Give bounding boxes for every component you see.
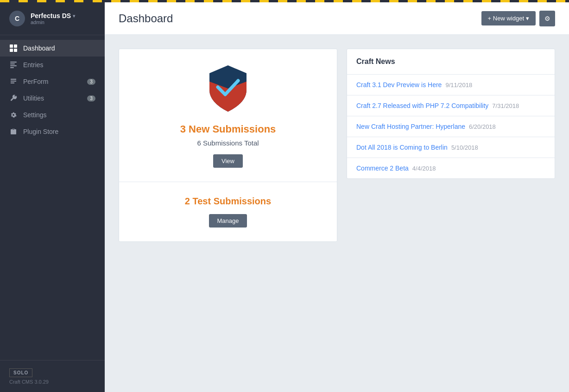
svg-rect-6: [10, 65, 17, 66]
news-date: 7/31/2018: [492, 102, 519, 109]
news-item: Dot All 2018 is Coming to Berlin5/10/201…: [347, 137, 555, 158]
header-actions: + New widget ▾ ⚙: [481, 11, 555, 26]
utilities-badge: 3: [87, 95, 95, 101]
utilities-icon: [9, 94, 18, 102]
svg-rect-4: [10, 62, 17, 63]
settings-gear-button[interactable]: ⚙: [539, 11, 555, 26]
sidebar-footer: SOLO Craft CMS 3.0.29: [0, 360, 105, 392]
news-link[interactable]: Craft 3.1 Dev Preview is Here: [356, 81, 442, 89]
news-title: Craft News: [356, 57, 545, 66]
sidebar-item-label: Dashboard: [23, 44, 55, 52]
solo-badge: SOLO: [9, 368, 32, 377]
new-submissions-count: 3 New Submissions: [180, 123, 276, 135]
shield-logo: [205, 63, 251, 114]
craft-news-widget: Craft News Craft 3.1 Dev Preview is Here…: [347, 49, 555, 179]
svg-rect-5: [10, 63, 15, 64]
chevron-down-icon: ▾: [73, 13, 75, 19]
news-item: New Craft Hosting Partner: Hyperlane6/20…: [347, 116, 555, 137]
cms-version: Craft CMS 3.0.29: [9, 379, 95, 385]
news-date: 4/4/2018: [412, 165, 436, 172]
manage-button[interactable]: Manage: [209, 214, 247, 228]
site-name: Perfectus DS ▾: [31, 12, 75, 19]
chevron-down-icon: ▾: [526, 15, 529, 22]
news-date: 6/20/2018: [469, 123, 496, 130]
svg-rect-2: [10, 49, 13, 52]
news-date: 5/10/2018: [451, 144, 478, 151]
news-link[interactable]: Commerce 2 Beta: [356, 164, 409, 172]
sidebar-item-dashboard[interactable]: Dashboard: [0, 40, 105, 57]
news-header: Craft News: [347, 49, 555, 75]
main-body: 3 New Submissions 6 Submissions Total Vi…: [105, 35, 569, 392]
site-role: admin: [31, 19, 75, 25]
sidebar-item-label: PerForm: [23, 78, 48, 85]
sidebar-item-settings[interactable]: Settings: [0, 107, 105, 123]
plugin-icon: [9, 127, 18, 136]
svg-rect-7: [10, 67, 14, 68]
sidebar-item-utilities[interactable]: Utilities 3: [0, 90, 105, 107]
entries-icon: [9, 61, 18, 69]
new-submissions-section: 3 New Submissions 6 Submissions Total Vi…: [119, 49, 337, 182]
sidebar-item-label: Plugin Store: [23, 128, 58, 135]
news-item: Craft 2.7 Released with PHP 7.2 Compatib…: [347, 95, 555, 116]
sidebar-item-perform[interactable]: PerForm 3: [0, 73, 105, 90]
news-date: 9/11/2018: [445, 82, 472, 89]
new-widget-button[interactable]: + New widget ▾: [481, 11, 536, 25]
news-link[interactable]: Dot All 2018 is Coming to Berlin: [356, 144, 448, 151]
test-submissions-section: 2 Test Submissions Manage: [119, 182, 337, 241]
news-item: Craft 3.1 Dev Preview is Here9/11/2018: [347, 75, 555, 95]
svg-rect-3: [14, 49, 17, 52]
page-title: Dashboard: [119, 12, 173, 25]
sidebar-item-label: Settings: [23, 111, 47, 119]
submissions-widget: 3 New Submissions 6 Submissions Total Vi…: [119, 49, 337, 242]
main-content: Dashboard + New widget ▾ ⚙: [105, 2, 569, 392]
site-info: Perfectus DS ▾ admin: [31, 12, 75, 25]
avatar: C: [9, 11, 25, 26]
main-header: Dashboard + New widget ▾ ⚙: [105, 2, 569, 35]
sidebar-item-label: Entries: [23, 61, 44, 69]
news-link[interactable]: Craft 2.7 Released with PHP 7.2 Compatib…: [356, 102, 488, 109]
widgets-column: 3 New Submissions 6 Submissions Total Vi…: [119, 49, 337, 242]
sidebar: C Perfectus DS ▾ admin: [0, 2, 105, 392]
sidebar-nav: Dashboard Entries: [0, 35, 105, 360]
svg-rect-1: [14, 44, 17, 48]
perform-badge: 3: [87, 79, 95, 85]
gear-icon: ⚙: [544, 15, 550, 22]
sidebar-item-label: Utilities: [23, 95, 44, 102]
submissions-total: 6 Submissions Total: [197, 139, 259, 147]
news-item: Commerce 2 Beta4/4/2018: [347, 158, 555, 178]
perform-icon: [9, 77, 18, 86]
test-submissions-count: 2 Test Submissions: [185, 196, 271, 207]
dashboard-icon: [9, 44, 18, 52]
sidebar-header[interactable]: C Perfectus DS ▾ admin: [0, 2, 105, 35]
sidebar-item-entries[interactable]: Entries: [0, 57, 105, 73]
news-link[interactable]: New Craft Hosting Partner: Hyperlane: [356, 123, 465, 130]
svg-rect-0: [10, 44, 13, 48]
settings-icon: [9, 111, 18, 119]
news-list: Craft 3.1 Dev Preview is Here9/11/2018Cr…: [347, 75, 555, 178]
sidebar-item-plugin-store[interactable]: Plugin Store: [0, 123, 105, 140]
view-button[interactable]: View: [213, 154, 243, 168]
